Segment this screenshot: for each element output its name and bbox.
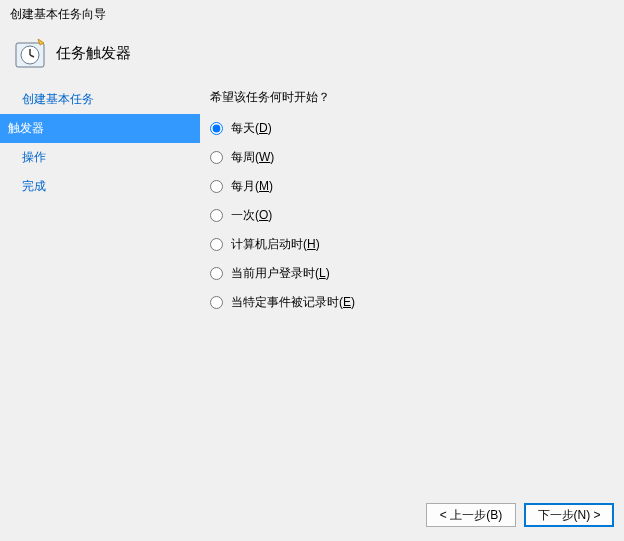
sidebar-item-trigger[interactable]: 触发器 bbox=[0, 114, 200, 143]
option-event[interactable]: 当特定事件被记录时(E) bbox=[210, 294, 614, 311]
next-button[interactable]: 下一步(N) > bbox=[524, 503, 614, 527]
window-title: 创建基本任务向导 bbox=[0, 0, 624, 29]
sidebar-item-label: 创建基本任务 bbox=[22, 92, 94, 106]
option-label: 每周(W) bbox=[231, 149, 274, 166]
option-label: 计算机启动时(H) bbox=[231, 236, 320, 253]
radio-logon[interactable] bbox=[210, 267, 223, 280]
option-label: 一次(O) bbox=[231, 207, 272, 224]
option-label: 每天(D) bbox=[231, 120, 272, 137]
radio-monthly[interactable] bbox=[210, 180, 223, 193]
wizard-sidebar: 创建基本任务 触发器 操作 完成 bbox=[0, 85, 200, 493]
sidebar-item-action[interactable]: 操作 bbox=[0, 143, 200, 172]
option-label: 当前用户登录时(L) bbox=[231, 265, 330, 282]
sidebar-item-label: 触发器 bbox=[8, 121, 44, 135]
radio-once[interactable] bbox=[210, 209, 223, 222]
sidebar-item-label: 操作 bbox=[22, 150, 46, 164]
trigger-question: 希望该任务何时开始？ bbox=[210, 89, 614, 106]
option-label: 当特定事件被记录时(E) bbox=[231, 294, 355, 311]
sidebar-item-create[interactable]: 创建基本任务 bbox=[0, 85, 200, 114]
wizard-header: 任务触发器 bbox=[0, 29, 624, 85]
option-once[interactable]: 一次(O) bbox=[210, 207, 614, 224]
radio-event[interactable] bbox=[210, 296, 223, 309]
sidebar-item-finish[interactable]: 完成 bbox=[0, 172, 200, 201]
radio-weekly[interactable] bbox=[210, 151, 223, 164]
page-title: 任务触发器 bbox=[56, 44, 131, 63]
sidebar-item-label: 完成 bbox=[22, 179, 46, 193]
option-weekly[interactable]: 每周(W) bbox=[210, 149, 614, 166]
option-logon[interactable]: 当前用户登录时(L) bbox=[210, 265, 614, 282]
wizard-main: 希望该任务何时开始？ 每天(D) 每周(W) 每月(M) 一次(O) 计算机启动… bbox=[200, 85, 624, 493]
back-button[interactable]: < 上一步(B) bbox=[426, 503, 516, 527]
radio-daily[interactable] bbox=[210, 122, 223, 135]
option-monthly[interactable]: 每月(M) bbox=[210, 178, 614, 195]
option-label: 每月(M) bbox=[231, 178, 273, 195]
wizard-footer: < 上一步(B) 下一步(N) > bbox=[0, 493, 624, 541]
option-startup[interactable]: 计算机启动时(H) bbox=[210, 236, 614, 253]
option-daily[interactable]: 每天(D) bbox=[210, 120, 614, 137]
clock-icon bbox=[14, 37, 46, 69]
radio-startup[interactable] bbox=[210, 238, 223, 251]
